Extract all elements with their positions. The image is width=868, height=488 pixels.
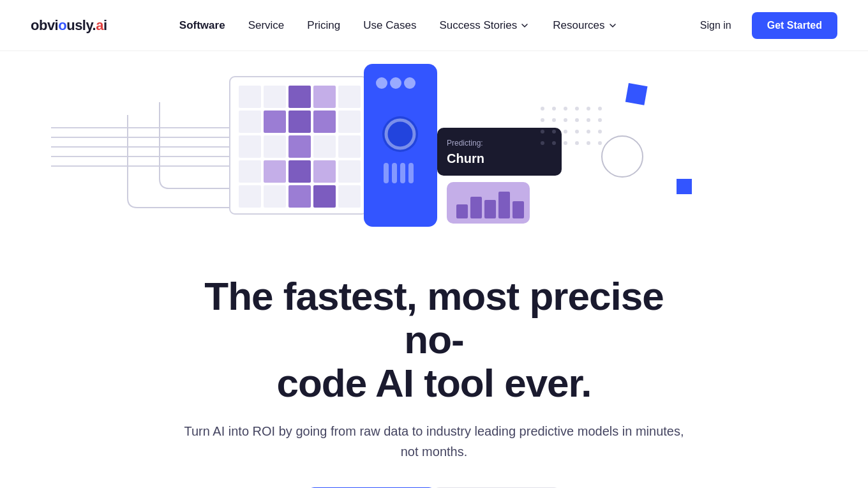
- svg-rect-6: [239, 86, 261, 108]
- svg-rect-22: [264, 160, 286, 183]
- svg-point-71: [575, 141, 579, 145]
- svg-rect-7: [264, 86, 286, 108]
- svg-point-55: [598, 107, 602, 111]
- nav-resources[interactable]: Resources: [553, 19, 617, 32]
- nav-software[interactable]: Software: [179, 19, 225, 31]
- svg-point-50: [541, 107, 544, 111]
- svg-rect-24: [313, 160, 336, 183]
- svg-rect-39: [400, 163, 405, 183]
- svg-point-51: [552, 107, 556, 111]
- svg-rect-48: [498, 192, 510, 218]
- svg-rect-10: [338, 86, 361, 108]
- svg-point-33: [390, 77, 401, 89]
- svg-rect-47: [484, 200, 496, 218]
- svg-rect-46: [470, 197, 482, 218]
- chevron-down-icon: [608, 20, 618, 31]
- svg-point-58: [564, 118, 567, 122]
- svg-rect-17: [264, 135, 286, 158]
- svg-rect-20: [338, 135, 361, 158]
- logo[interactable]: obviously.ai: [31, 17, 107, 34]
- svg-rect-27: [264, 185, 286, 208]
- svg-point-65: [575, 130, 579, 133]
- svg-point-34: [404, 77, 415, 89]
- svg-rect-16: [239, 135, 261, 158]
- nav-links: Software Service Pricing Use Cases Succe…: [179, 19, 618, 32]
- svg-rect-18: [288, 135, 311, 158]
- svg-rect-29: [313, 185, 336, 208]
- chevron-down-icon: [520, 20, 530, 31]
- svg-point-62: [541, 130, 544, 133]
- nav-pricing[interactable]: Pricing: [307, 19, 340, 31]
- nav-actions: Sign in Get Started: [690, 12, 837, 39]
- signin-button[interactable]: Sign in: [690, 15, 742, 36]
- svg-text:Churn: Churn: [447, 151, 484, 165]
- svg-point-64: [564, 130, 567, 133]
- hero-illustration: Predicting: Churn: [0, 51, 868, 275]
- svg-point-72: [587, 141, 590, 145]
- svg-point-67: [598, 130, 602, 133]
- svg-point-68: [541, 141, 544, 145]
- svg-rect-37: [384, 163, 389, 183]
- svg-rect-15: [338, 111, 361, 133]
- svg-point-75: [602, 136, 643, 177]
- nav-success-stories[interactable]: Success Stories: [439, 19, 530, 32]
- hero-section: Predicting: Churn: [0, 51, 868, 488]
- svg-rect-8: [288, 86, 311, 108]
- nav-service[interactable]: Service: [248, 19, 285, 31]
- svg-point-73: [598, 141, 602, 145]
- svg-point-61: [598, 118, 602, 122]
- svg-rect-26: [239, 185, 261, 208]
- svg-point-56: [541, 118, 544, 122]
- svg-rect-14: [313, 111, 336, 133]
- svg-point-32: [376, 77, 387, 89]
- svg-point-59: [575, 118, 579, 122]
- svg-rect-9: [313, 86, 336, 108]
- svg-rect-12: [264, 111, 286, 133]
- svg-point-57: [552, 118, 556, 122]
- svg-point-54: [587, 107, 590, 111]
- svg-point-63: [552, 130, 556, 133]
- svg-text:Predicting:: Predicting:: [447, 139, 483, 148]
- svg-point-69: [552, 141, 556, 145]
- svg-rect-30: [338, 185, 361, 208]
- svg-rect-11: [239, 111, 261, 133]
- svg-rect-45: [456, 204, 468, 218]
- svg-rect-38: [392, 163, 397, 183]
- svg-rect-40: [408, 163, 414, 183]
- svg-point-52: [564, 107, 567, 111]
- svg-rect-19: [313, 135, 336, 158]
- svg-point-60: [587, 118, 590, 122]
- svg-rect-76: [677, 179, 692, 194]
- svg-rect-21: [239, 160, 261, 183]
- logo-text: obviously.ai: [31, 17, 107, 34]
- hero-headline: The fastest, most precise no- code AI to…: [177, 275, 691, 406]
- svg-rect-23: [288, 160, 311, 183]
- svg-point-66: [587, 130, 590, 133]
- svg-rect-28: [288, 185, 311, 208]
- svg-rect-49: [513, 201, 524, 218]
- hero-text-container: The fastest, most precise no- code AI to…: [147, 275, 721, 487]
- svg-rect-25: [338, 160, 361, 183]
- svg-point-53: [575, 107, 579, 111]
- hero-subtext: Turn AI into ROI by going from raw data …: [177, 421, 691, 462]
- svg-point-70: [564, 141, 567, 145]
- svg-rect-13: [288, 111, 311, 133]
- navbar: obviously.ai Software Service Pricing Us…: [0, 0, 868, 51]
- get-started-nav-button[interactable]: Get Started: [752, 12, 837, 39]
- nav-use-cases[interactable]: Use Cases: [363, 19, 416, 31]
- svg-rect-74: [625, 83, 648, 105]
